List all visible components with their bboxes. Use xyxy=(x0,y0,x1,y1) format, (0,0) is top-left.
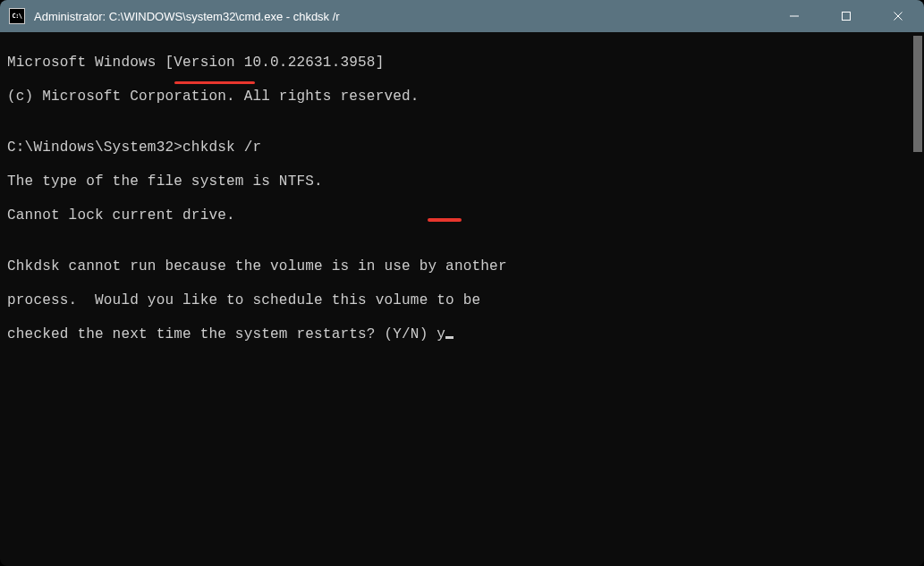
close-button[interactable] xyxy=(872,0,924,32)
output-line: (c) Microsoft Corporation. All rights re… xyxy=(7,89,904,106)
scrollbar[interactable] xyxy=(911,32,924,566)
content-area: Microsoft Windows [Version 10.0.22631.39… xyxy=(0,32,924,566)
prompt-line: C:\Windows\System32>chkdsk /r xyxy=(7,139,904,156)
input-line: checked the next time the system restart… xyxy=(7,326,904,343)
maximize-icon xyxy=(841,11,852,21)
text-cursor xyxy=(445,336,454,339)
annotation-underline xyxy=(428,218,462,222)
scrollbar-thumb[interactable] xyxy=(913,36,922,152)
minimize-button[interactable] xyxy=(768,0,820,32)
svg-rect-1 xyxy=(843,13,851,21)
window-controls xyxy=(768,0,924,32)
output-line: Cannot lock current drive. xyxy=(7,207,904,224)
cmd-icon: C:\ xyxy=(9,8,25,24)
cmd-window: C:\ Administrator: C:\WINDOWS\system32\c… xyxy=(0,0,924,566)
window-title: Administrator: C:\WINDOWS\system32\cmd.e… xyxy=(34,10,768,23)
titlebar[interactable]: C:\ Administrator: C:\WINDOWS\system32\c… xyxy=(0,0,924,32)
maximize-button[interactable] xyxy=(820,0,872,32)
close-icon xyxy=(893,11,903,21)
terminal-output[interactable]: Microsoft Windows [Version 10.0.22631.39… xyxy=(0,32,911,566)
output-line: Chkdsk cannot run because the volume is … xyxy=(7,258,904,275)
annotation-underline xyxy=(174,81,255,84)
output-line: The type of the file system is NTFS. xyxy=(7,173,904,190)
minimize-icon xyxy=(789,11,800,21)
output-line: Microsoft Windows [Version 10.0.22631.39… xyxy=(7,55,904,72)
output-line: process. Would you like to schedule this… xyxy=(7,292,904,309)
